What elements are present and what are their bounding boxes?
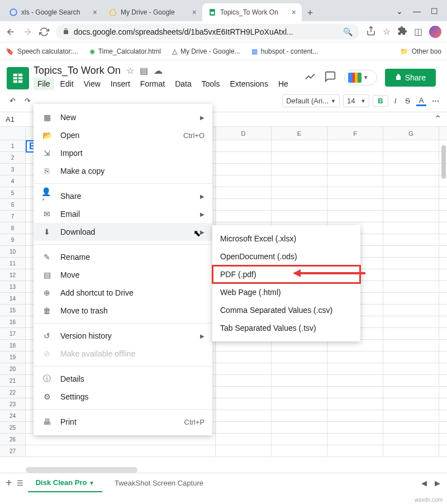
row-header[interactable]: 15 [0, 305, 26, 316]
download-csv[interactable]: Comma Separated Values (.csv) [212, 301, 360, 319]
menu-extensions[interactable]: Extensions [226, 78, 272, 90]
share-button[interactable]: Share [385, 69, 436, 87]
row-header[interactable]: 9 [0, 234, 26, 246]
close-icon[interactable]: × [93, 8, 97, 17]
download-tsv[interactable]: Tab Separated Values (.tsv) [212, 319, 360, 337]
name-box[interactable]: A1 [0, 115, 27, 123]
row-header[interactable]: 20 [0, 363, 26, 375]
browser-tab-2[interactable]: Topics_To Work On × [202, 3, 302, 21]
column-header-f[interactable]: F [327, 127, 383, 140]
more-button[interactable]: ⋯ [430, 97, 440, 105]
menu-make-copy[interactable]: ⎘Make a copy [34, 162, 212, 180]
bold-button[interactable]: B [373, 95, 388, 107]
column-header-e[interactable]: E [272, 127, 327, 140]
maximize-icon[interactable]: ☐ [431, 7, 438, 16]
sheet-tab-active[interactable]: Disk Clean Pro ▼ [28, 474, 102, 492]
row-header[interactable]: 17 [0, 328, 26, 340]
row-header[interactable]: 8 [0, 222, 26, 234]
add-sheet-button[interactable]: + [6, 477, 12, 489]
menu-add-shortcut[interactable]: ⊕Add shortcut to Drive [34, 284, 212, 302]
star-icon[interactable]: ☆ [126, 65, 134, 76]
menu-help[interactable]: He [274, 78, 292, 90]
row-header[interactable]: 1 [0, 140, 26, 152]
menu-open[interactable]: 📂OpenCtrl+O [34, 126, 212, 144]
row-header[interactable]: 22 [0, 387, 26, 398]
row-header[interactable]: 21 [0, 375, 26, 387]
meet-button[interactable]: ▼ [344, 70, 377, 85]
row-header[interactable]: 24 [0, 410, 26, 422]
row-header[interactable]: 10 [0, 246, 26, 258]
zoom-icon[interactable]: 🔍 [343, 27, 353, 36]
move-icon[interactable]: ▤ [140, 65, 148, 76]
sidepanel-icon[interactable]: ◫ [414, 26, 422, 37]
browser-tab-0[interactable]: xls - Google Search × [3, 3, 103, 21]
reload-button[interactable] [39, 27, 49, 37]
row-header[interactable]: 27 [0, 445, 26, 457]
row-header[interactable]: 23 [0, 398, 26, 410]
italic-button[interactable]: I [392, 95, 400, 107]
menu-move[interactable]: ▤Move [34, 266, 212, 284]
download-ods[interactable]: OpenDocument (.ods) [212, 248, 360, 265]
row-header[interactable]: 5 [0, 187, 26, 199]
bookmark-3[interactable]: ▦hubspot - content... [251, 47, 318, 55]
minimize-icon[interactable]: — [413, 7, 421, 16]
menu-edit[interactable]: Edit [56, 78, 78, 90]
back-button[interactable] [6, 27, 16, 37]
cloud-icon[interactable]: ☁ [154, 65, 163, 76]
menu-download[interactable]: ⬇Download▶ [34, 223, 212, 241]
menu-data[interactable]: Data [171, 78, 196, 90]
font-size-select[interactable]: 14▼ [343, 94, 369, 107]
menu-insert[interactable]: Insert [107, 78, 134, 90]
menu-rename[interactable]: ✎Rename [34, 248, 212, 266]
row-header[interactable]: 7 [0, 211, 26, 222]
bookmark-1[interactable]: ◉Time_Calculator.html [89, 47, 161, 55]
row-header[interactable]: 25 [0, 422, 26, 434]
browser-tab-1[interactable]: My Drive - Google × [103, 3, 202, 21]
menu-import[interactable]: ⇲Import [34, 144, 212, 162]
vertical-scrollbar[interactable] [441, 145, 446, 179]
bookmark-0[interactable]: 🔖Speech calculator:... [6, 47, 78, 55]
font-select[interactable]: Default (Ari...▼ [282, 94, 340, 107]
select-all-corner[interactable] [0, 127, 26, 140]
row-header[interactable]: 26 [0, 434, 26, 445]
row-header[interactable]: 16 [0, 316, 26, 328]
close-icon[interactable]: × [192, 8, 197, 17]
activity-icon[interactable] [304, 70, 316, 85]
menu-share[interactable]: 👤⁺Share▶ [34, 187, 212, 205]
menu-new[interactable]: ▦New▶ [34, 108, 212, 126]
sheet-nav-left[interactable]: ◀ [421, 479, 427, 487]
new-tab-button[interactable]: + [302, 7, 318, 21]
menu-print[interactable]: 🖶PrintCtrl+P [34, 413, 212, 431]
menu-format[interactable]: Format [136, 78, 169, 90]
download-xlsx[interactable]: Microsoft Excel (.xlsx) [212, 230, 360, 248]
sheet-nav-right[interactable]: ▶ [435, 479, 440, 487]
omnibox[interactable]: docs.google.com/spreadsheets/d/1ba5vxE6I… [56, 24, 359, 40]
menu-version-history[interactable]: ↺Version history▶ [34, 327, 212, 345]
bookmark-folder[interactable]: 📁Other boo [400, 47, 441, 55]
row-header[interactable]: 19 [0, 351, 26, 363]
horizontal-scrollbar[interactable] [26, 467, 137, 473]
document-title[interactable]: Topics_To Work On [34, 65, 121, 77]
all-sheets-button[interactable]: ☰ [17, 479, 23, 487]
profile-avatar[interactable] [429, 26, 441, 38]
row-header[interactable]: 6 [0, 199, 26, 211]
row-header[interactable]: 2 [0, 152, 26, 164]
undo-button[interactable]: ↶ [7, 95, 18, 107]
menu-tools[interactable]: Tools [198, 78, 224, 90]
menu-details[interactable]: ⓘDetails [34, 370, 212, 388]
collapse-toolbar-icon[interactable]: ⌃ [434, 113, 441, 124]
menu-view[interactable]: View [80, 78, 104, 90]
sheets-logo[interactable] [7, 67, 29, 89]
row-header[interactable]: 4 [0, 175, 26, 187]
row-header[interactable]: 3 [0, 164, 26, 175]
column-header-g[interactable]: G [383, 127, 439, 140]
row-header[interactable]: 13 [0, 281, 26, 293]
close-icon[interactable]: × [292, 8, 296, 17]
bookmark-2[interactable]: △My Drive - Google... [172, 47, 240, 55]
strikethrough-button[interactable]: S [402, 95, 413, 107]
star-icon[interactable]: ☆ [383, 26, 391, 37]
row-header[interactable]: 14 [0, 293, 26, 305]
column-header-d[interactable]: D [216, 127, 272, 140]
row-header[interactable]: 11 [0, 258, 26, 269]
chevron-down-icon[interactable]: ⌄ [396, 7, 403, 16]
